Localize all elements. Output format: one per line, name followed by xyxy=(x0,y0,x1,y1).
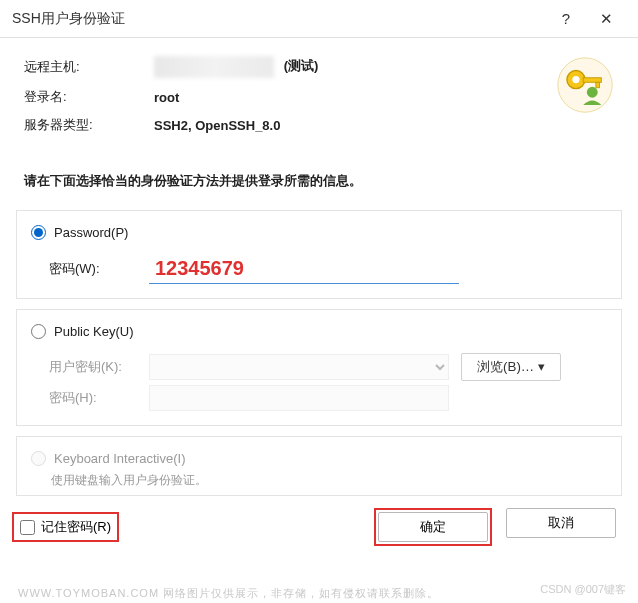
publickey-radio[interactable] xyxy=(31,324,46,339)
help-button[interactable]: ? xyxy=(546,10,586,27)
server-type-label: 服务器类型: xyxy=(24,116,154,134)
keyboard-interactive-radio xyxy=(31,451,46,466)
remember-password-highlight: 记住密码(R) xyxy=(12,512,119,542)
window-title: SSH用户身份验证 xyxy=(12,10,546,28)
remote-host-label: 远程主机: xyxy=(24,58,154,76)
publickey-password-label: 密码(H): xyxy=(49,389,149,407)
password-field-label: 密码(W): xyxy=(49,260,149,278)
svg-point-5 xyxy=(587,87,598,98)
userkey-select xyxy=(149,354,449,380)
login-value: root xyxy=(154,90,179,105)
bottom-bar: 记住密码(R) 确定 取消 xyxy=(0,500,638,550)
key-user-icon xyxy=(556,56,614,114)
remote-host-value: (测试) xyxy=(154,56,318,78)
password-input[interactable] xyxy=(149,254,459,284)
ok-button-highlight: 确定 xyxy=(374,508,492,546)
keyboard-interactive-radio-label: Keyboard Interactive(I) xyxy=(54,451,186,466)
login-label: 登录名: xyxy=(24,88,154,106)
svg-point-2 xyxy=(572,76,579,83)
publickey-section: Public Key(U) 用户密钥(K): 浏览(B)… ▾ 密码(H): xyxy=(16,309,622,426)
publickey-radio-label[interactable]: Public Key(U) xyxy=(54,324,133,339)
connection-info: 远程主机: (测试) 登录名: root 服务器类型: SSH2, OpenSS… xyxy=(0,38,638,156)
password-radio[interactable] xyxy=(31,225,46,240)
instruction-text: 请在下面选择恰当的身份验证方法并提供登录所需的信息。 xyxy=(0,156,638,202)
close-button[interactable]: ✕ xyxy=(586,10,626,28)
userkey-label: 用户密钥(K): xyxy=(49,358,149,376)
password-section: Password(P) 密码(W): xyxy=(16,210,622,299)
cancel-button[interactable]: 取消 xyxy=(506,508,616,538)
remember-password-label[interactable]: 记住密码(R) xyxy=(41,518,111,536)
server-type-value: SSH2, OpenSSH_8.0 xyxy=(154,118,280,133)
keyboard-interactive-section: Keyboard Interactive(I) 使用键盘输入用户身份验证。 xyxy=(16,436,622,496)
browse-button[interactable]: 浏览(B)… ▾ xyxy=(461,353,561,381)
svg-rect-3 xyxy=(583,78,601,83)
titlebar: SSH用户身份验证 ? ✕ xyxy=(0,0,638,38)
ok-button[interactable]: 确定 xyxy=(378,512,488,542)
publickey-password-input xyxy=(149,385,449,411)
keyboard-interactive-note: 使用键盘输入用户身份验证。 xyxy=(51,472,607,489)
blurred-host xyxy=(154,56,274,78)
watermark-left: WWW.TOYMOBAN.COM 网络图片仅供展示，非存储，如有侵权请联系删除。 xyxy=(18,586,439,601)
dialog-content: 远程主机: (测试) 登录名: root 服务器类型: SSH2, OpenSS… xyxy=(0,38,638,550)
watermark-right: CSDN @007键客 xyxy=(540,582,626,597)
remote-host-suffix: (测试) xyxy=(284,58,319,73)
remember-password-checkbox[interactable] xyxy=(20,520,35,535)
svg-rect-4 xyxy=(596,82,600,87)
password-radio-label[interactable]: Password(P) xyxy=(54,225,128,240)
